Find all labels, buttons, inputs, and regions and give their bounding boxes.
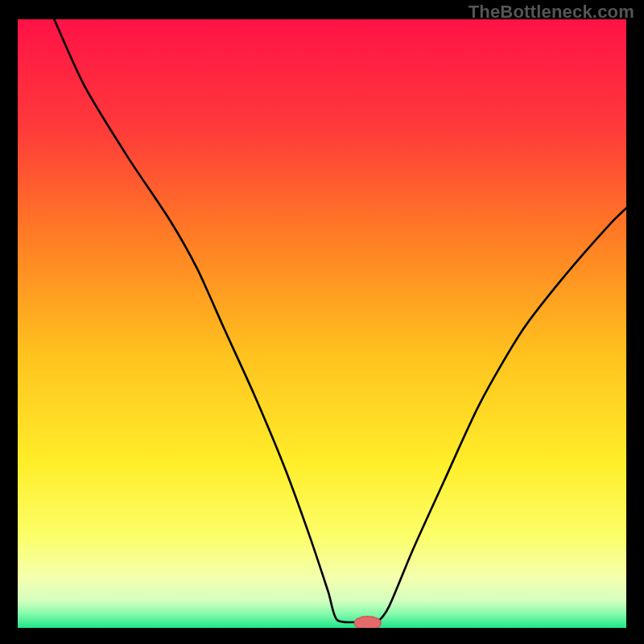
plot-area xyxy=(18,19,626,628)
watermark-text: TheBottleneck.com xyxy=(469,2,634,23)
chart-container: TheBottleneck.com xyxy=(0,0,644,644)
gradient-background xyxy=(18,19,626,628)
optimum-marker xyxy=(354,617,381,628)
chart-svg xyxy=(18,19,626,628)
